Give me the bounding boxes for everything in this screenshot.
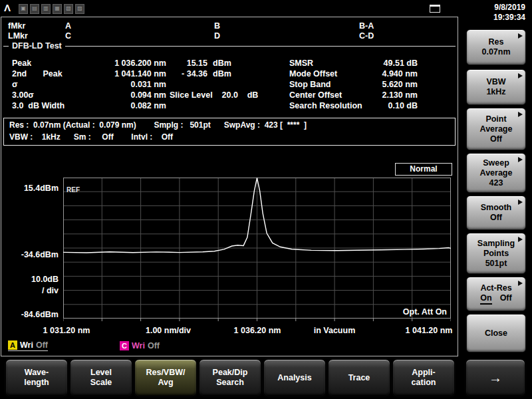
toolbar-icon-5[interactable]: ▧ [64, 4, 73, 14]
center-offset-label: Center Offset [289, 90, 342, 100]
toolbar-icon-6[interactable]: ▨ [75, 4, 84, 14]
smooth-value: Off [490, 213, 502, 223]
nav-wavelength-label: Wave- length [24, 368, 49, 388]
marker-cd-label: C-D [359, 31, 374, 41]
nav-peak-dip-search-button[interactable]: Peak/Dip Search [199, 359, 261, 396]
res-button-title: Res [489, 37, 504, 47]
anritsu-logo-icon: Λ [4, 2, 11, 13]
three-sigma-label: 3.00σ [12, 90, 34, 100]
toolbar-icon-2[interactable]: ▤ [30, 4, 39, 14]
search-resolution-value: 0.10 dB [354, 101, 418, 110]
point-average-title: Point [485, 114, 506, 124]
sampling-points-title-2: Points [483, 249, 509, 259]
act-res-button[interactable]: Act-Res On Off [466, 277, 526, 311]
trace-c-swatch: C [120, 341, 129, 350]
res-button[interactable]: Res 0.07nm [466, 29, 526, 65]
window-icon[interactable] [430, 5, 440, 13]
x-label-stop: 1 041.20 nm [406, 326, 453, 335]
nav-analysis-button[interactable]: Analysis [263, 359, 326, 396]
marker-b-label: B [214, 21, 220, 31]
trace-c-legend: C Wri Off [120, 340, 160, 351]
trace-a-mode: Wri [20, 340, 33, 350]
marker-a-label: A [65, 21, 71, 31]
nav-more-button[interactable]: → [466, 359, 525, 396]
x-label-center: 1 036.20 nm [234, 326, 281, 335]
vbw-button-value: 1kHz [486, 87, 505, 97]
fmkr-label: fMkr [8, 21, 25, 31]
lmkr-label: LMkr [8, 31, 28, 41]
close-button[interactable]: Close [466, 314, 526, 352]
db-width-value: 0.082 nm [86, 101, 166, 110]
peak-label: Peak [12, 59, 31, 68]
optical-attenuator-status: Opt. Att On [403, 307, 447, 317]
submenu-arrow-icon [518, 157, 523, 162]
sweep-mode-badge: Normal [395, 163, 452, 176]
nav-level-scale-label: Level Scale [90, 368, 112, 388]
datetime-display: 9/8/2019 19:39:34 [493, 3, 525, 23]
trace-a-swatch: A [8, 340, 17, 350]
title-bar: Λ ▣ ▤ ▥ ▦ ▧ ▨ [0, 0, 459, 17]
toolbar-icon-3[interactable]: ▥ [41, 4, 51, 14]
submenu-arrow-icon [518, 73, 523, 78]
nav-res-vbw-avg-button[interactable]: Res/VBW/ Avg [134, 359, 197, 396]
toolbar-icon-1[interactable]: ▣ [19, 4, 28, 14]
vbw-button[interactable]: VBW 1kHz [466, 69, 526, 105]
submenu-arrow-icon [518, 112, 523, 117]
mode-offset-label: Mode Offset [289, 69, 337, 78]
sampling-points-title: Sampling [477, 239, 515, 249]
nav-level-scale-button[interactable]: Level Scale [70, 359, 132, 396]
marker-d-label: D [214, 31, 220, 41]
settings-line-1: Res : 0.07nm (Actual : 0.079 nm) Smplg :… [9, 120, 307, 130]
analysis-row: 3.00σ 0.094 nm Slice Level 20.0 dB Cente… [1, 90, 458, 101]
sampling-points-button[interactable]: Sampling Points 501pt [466, 233, 526, 274]
analysis-row: 2nd Peak 1 041.140 nm - 34.36 dBm Mode O… [1, 69, 458, 80]
peak-level-unit: dBm [213, 59, 231, 68]
peak-wavelength: 1 036.200 nm [86, 59, 166, 68]
trace-a-state: Off [36, 340, 48, 350]
y-scale-per-div: 10.0dB [1, 275, 59, 284]
submenu-arrow-icon [518, 281, 523, 286]
submenu-arrow-icon [518, 33, 523, 39]
x-label-vacuum: in Vacuum [314, 326, 356, 335]
trace-c-mode: Wri [132, 341, 145, 350]
smooth-title: Smooth [481, 203, 512, 213]
smooth-button[interactable]: Smooth Off [466, 196, 526, 230]
smsr-value: 49.51 dB [354, 59, 418, 68]
toolbar-icon-4[interactable]: ▦ [53, 4, 62, 14]
submenu-arrow-icon [518, 200, 523, 205]
trace-legend: A Wri Off C Wri Off [8, 340, 160, 351]
nav-application-label: Appli- cation [412, 368, 436, 388]
rule-segment [65, 46, 456, 47]
function-key-bar: Wave- length Level Scale Res/VBW/ Avg Pe… [0, 357, 532, 399]
nav-res-vbw-avg-label: Res/VBW/ Avg [146, 368, 185, 388]
softkey-panel: 9/8/2019 19:39:34 Res 0.07nm VBW 1kHz Po… [459, 0, 532, 357]
display-screen: fMkr A B B-A LMkr C D C-D DFB-LD Test Pe… [1, 17, 458, 356]
mode-offset-value: 4.940 nm [354, 69, 418, 78]
second-peak-level-unit: dBm [213, 69, 231, 78]
peak-level: 15.15 [161, 59, 207, 68]
act-res-off-option[interactable]: Off [500, 293, 512, 305]
y-label-ref: 15.4dBm [1, 184, 59, 193]
nav-application-button[interactable]: Appli- cation [392, 359, 455, 396]
stop-band-label: Stop Band [289, 80, 331, 89]
point-average-value: Off [490, 134, 502, 144]
analysis-results: Peak 1 036.200 nm 15.15 dBm SMSR 49.51 d… [1, 59, 458, 112]
test-title-rule: DFB-LD Test [3, 41, 456, 51]
nav-wavelength-button[interactable]: Wave- length [5, 359, 68, 396]
sampling-points-value: 501pt [485, 259, 507, 269]
marker-ba-label: B-A [359, 21, 374, 31]
sweep-average-button[interactable]: Sweep Average 423 [466, 153, 526, 193]
x-scale-per-div: 1.00 nm/div [146, 326, 191, 335]
point-average-button[interactable]: Point Average Off [466, 108, 526, 150]
nav-trace-button[interactable]: Trace [328, 359, 390, 396]
marker-c-label: C [65, 31, 71, 41]
sweep-average-title: Sweep [483, 158, 509, 168]
analysis-row: σ 0.031 nm Stop Band 5.620 nm [1, 80, 458, 90]
trace-c-state: Off [148, 341, 160, 350]
center-offset-value: 2.130 nm [354, 90, 418, 100]
act-res-on-option[interactable]: On [480, 293, 491, 305]
y-scale-per-div-unit: / div [1, 286, 59, 295]
close-button-label: Close [485, 329, 507, 338]
spectrum-trace [63, 178, 451, 322]
second-peak-label: 2nd Peak [12, 69, 63, 78]
